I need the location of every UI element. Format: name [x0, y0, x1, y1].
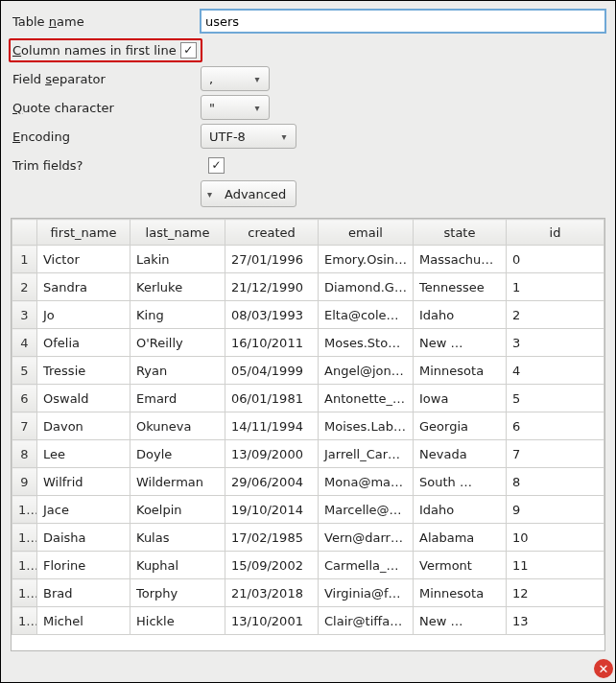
cell-created: 27/01/1996 [225, 246, 319, 273]
row-number-cell[interactable]: 14 [12, 607, 37, 635]
cell-last-name: Kulas [130, 524, 225, 552]
cell-created: 13/10/2001 [225, 607, 319, 635]
preview-table-container: first_name last_name created email state… [11, 218, 605, 651]
cell-email: Moises.Lab… [319, 412, 414, 440]
cell-created: 15/09/2002 [225, 552, 319, 579]
cell-email: Elta@cole… [319, 301, 414, 329]
cell-last-name: Hickle [130, 607, 225, 635]
cell-state: Nevada [414, 440, 507, 468]
cell-email: Mona@ma… [319, 468, 414, 496]
cell-email: Vern@darr… [319, 524, 414, 552]
cell-first-name: Victor [37, 246, 130, 273]
quote-character-row: Quote character " ▾ [11, 93, 605, 122]
cell-email: Antonette_… [319, 385, 414, 412]
table-row[interactable]: 10JaceKoelpin19/10/2014Marcelle@…Idaho9 [12, 496, 604, 524]
cell-first-name: Ofelia [37, 329, 130, 357]
row-number-cell[interactable]: 12 [12, 552, 37, 579]
row-number-cell[interactable]: 6 [12, 385, 37, 412]
cell-email: Jarrell_Car… [319, 440, 414, 468]
cell-id: 6 [507, 412, 604, 440]
cell-id: 7 [507, 440, 604, 468]
row-number-cell[interactable]: 8 [12, 440, 37, 468]
encoding-combo[interactable]: UTF-8 ▾ [201, 124, 296, 149]
cell-state: Tennessee [414, 273, 507, 301]
cell-created: 08/03/1993 [225, 301, 319, 329]
table-row[interactable]: 13BradTorphy21/03/2018Virginia@f…Minneso… [12, 579, 604, 607]
cell-last-name: Torphy [130, 579, 225, 607]
table-row[interactable]: 5TressieRyan05/04/1999Angel@jon…Minnesot… [12, 357, 604, 385]
table-name-input[interactable] [201, 10, 605, 33]
cell-state: Alabama [414, 524, 507, 552]
column-header[interactable]: email [319, 220, 414, 246]
table-row[interactable]: 3JoKing08/03/1993Elta@cole…Idaho2 [12, 301, 604, 329]
table-row[interactable]: 9WilfridWilderman29/06/2004Mona@ma…South… [12, 468, 604, 496]
table-row[interactable]: 7DavonOkuneva14/11/1994Moises.Lab…Georgi… [12, 412, 604, 440]
cell-state: Idaho [414, 496, 507, 524]
column-header[interactable]: last_name [130, 220, 225, 246]
row-number-cell[interactable]: 9 [12, 468, 37, 496]
cell-last-name: Okuneva [130, 412, 225, 440]
status-strip: ✕ [594, 655, 615, 682]
table-row[interactable]: 11DaishaKulas17/02/1985Vern@darr…Alabama… [12, 524, 604, 552]
table-row[interactable]: 14MichelHickle13/10/2001Clair@tiffa…New … [12, 607, 604, 635]
cell-email: Marcelle@… [319, 496, 414, 524]
column-header[interactable]: id [507, 220, 604, 246]
cell-last-name: Emard [130, 385, 225, 412]
advanced-button[interactable]: ▾ Advanced [201, 180, 296, 207]
encoding-row: Encoding UTF-8 ▾ [11, 122, 605, 151]
cell-first-name: Florine [37, 552, 130, 579]
field-separator-label: Field separator [11, 72, 201, 86]
field-separator-combo[interactable]: , ▾ [201, 66, 270, 91]
cell-state: Minnesota [414, 357, 507, 385]
row-number-header[interactable] [12, 220, 37, 246]
cell-first-name: Oswald [37, 385, 130, 412]
cell-created: 06/01/1981 [225, 385, 319, 412]
row-number-cell[interactable]: 5 [12, 357, 37, 385]
column-header[interactable]: first_name [37, 220, 130, 246]
row-number-cell[interactable]: 2 [12, 273, 37, 301]
cell-id: 8 [507, 468, 604, 496]
column-names-highlight: Column names in first line ✓ [9, 38, 202, 62]
column-names-checkbox[interactable]: ✓ [180, 42, 197, 59]
cell-last-name: Doyle [130, 440, 225, 468]
row-number-cell[interactable]: 13 [12, 579, 37, 607]
cell-last-name: O'Reilly [130, 329, 225, 357]
cell-state: Georgia [414, 412, 507, 440]
cell-id: 1 [507, 273, 604, 301]
cell-first-name: Tressie [37, 357, 130, 385]
table-row[interactable]: 12FlorineKuphal15/09/2002Carmella_…Vermo… [12, 552, 604, 579]
trim-fields-row: Trim fields? ✓ [11, 151, 605, 179]
table-row[interactable]: 6OswaldEmard06/01/1981Antonette_…Iowa5 [12, 385, 604, 412]
chevron-down-icon: ▾ [249, 103, 265, 113]
cell-id: 2 [507, 301, 604, 329]
table-row[interactable]: 8LeeDoyle13/09/2000Jarrell_Car…Nevada7 [12, 440, 604, 468]
chevron-down-icon: ▾ [276, 131, 292, 142]
cell-state: Iowa [414, 385, 507, 412]
cell-created: 19/10/2014 [225, 496, 319, 524]
table-row[interactable]: 4OfeliaO'Reilly16/10/2011Moses.Stok…New … [12, 329, 604, 357]
column-header[interactable]: created [225, 220, 319, 246]
row-number-cell[interactable]: 10 [12, 496, 37, 524]
cell-last-name: Wilderman [130, 468, 225, 496]
table-row[interactable]: 1VictorLakin27/01/1996Emory.Osin…Massach… [12, 246, 604, 273]
table-name-label: Table name [11, 14, 201, 29]
column-header[interactable]: state [414, 220, 507, 246]
cell-created: 21/03/2018 [225, 579, 319, 607]
row-number-cell[interactable]: 1 [12, 246, 37, 273]
field-separator-row: Field separator , ▾ [11, 64, 605, 93]
cell-id: 11 [507, 552, 604, 579]
cell-created: 17/02/1985 [225, 524, 319, 552]
row-number-cell[interactable]: 11 [12, 524, 37, 552]
quote-character-combo[interactable]: " ▾ [201, 95, 270, 120]
row-number-cell[interactable]: 7 [12, 412, 37, 440]
table-row[interactable]: 2SandraKerluke21/12/1990Diamond.G…Tennes… [12, 273, 604, 301]
trim-fields-checkbox[interactable]: ✓ [208, 157, 225, 174]
row-number-cell[interactable]: 3 [12, 301, 37, 329]
row-number-cell[interactable]: 4 [12, 329, 37, 357]
cell-first-name: Wilfrid [37, 468, 130, 496]
error-icon[interactable]: ✕ [594, 659, 613, 678]
chevron-down-icon: ▾ [249, 74, 265, 84]
cell-state: Vermont [414, 552, 507, 579]
cell-state: Idaho [414, 301, 507, 329]
cell-id: 10 [507, 524, 604, 552]
